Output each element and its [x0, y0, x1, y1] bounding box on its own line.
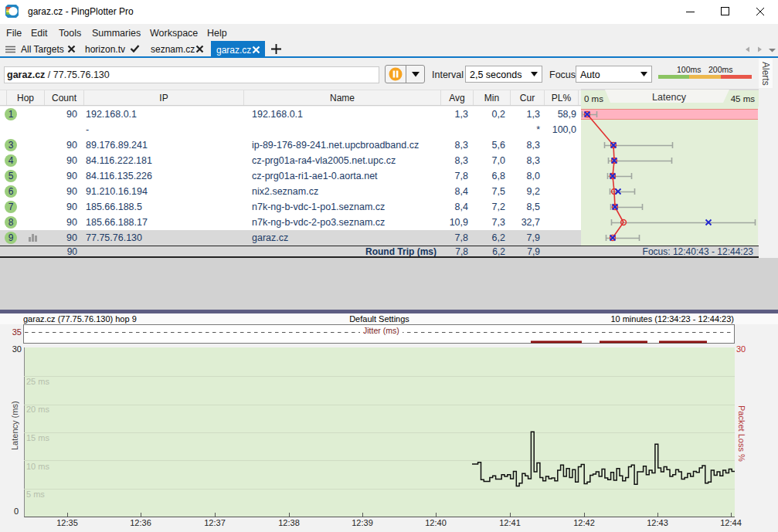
svg-text:0 ms: 0 ms: [584, 94, 603, 103]
svg-text:Latency: Latency: [652, 92, 687, 103]
svg-text:45 ms: 45 ms: [731, 94, 756, 103]
